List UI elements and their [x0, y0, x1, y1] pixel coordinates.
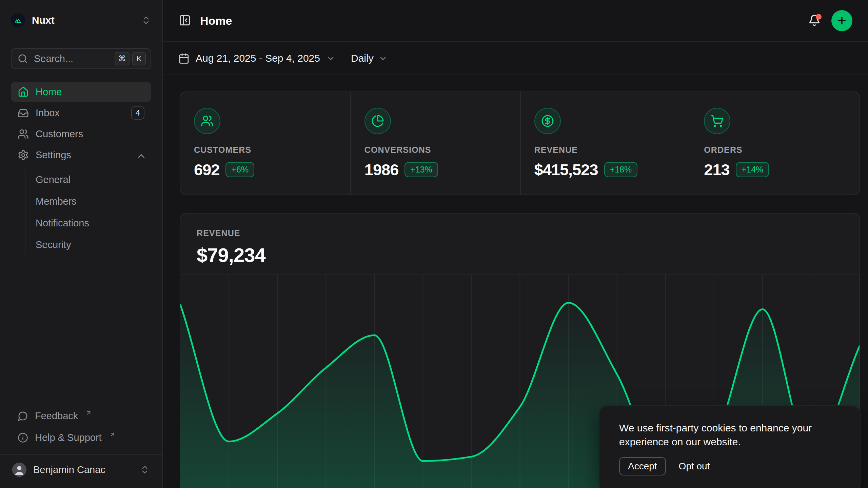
chevrons-up-down-icon — [140, 465, 150, 475]
stat-card-customers: CUSTOMERS 692 +6% — [180, 92, 350, 195]
stat-value: 1986 — [364, 160, 399, 179]
external-link-icon — [109, 431, 116, 438]
accept-button[interactable]: Accept — [619, 457, 666, 475]
header-actions — [808, 10, 852, 31]
revenue-chart-value: $79,234 — [197, 244, 843, 266]
date-range-picker[interactable]: Aug 21, 2025 - Sep 4, 2025 — [178, 53, 335, 64]
sub-item-label: General — [36, 174, 71, 185]
info-circle-icon — [18, 432, 28, 443]
sidebar-item-feedback[interactable]: Feedback — [11, 406, 151, 426]
inbox-icon — [18, 107, 29, 119]
users-icon — [194, 108, 220, 134]
stat-label: CUSTOMERS — [194, 145, 337, 155]
cookie-actions: Accept Opt out — [619, 457, 840, 475]
sidebar-divider — [0, 454, 162, 455]
stats-grid: CUSTOMERS 692 +6% CONVERSIONS 1986 — [180, 92, 860, 195]
sidebar-item-label: Inbox — [36, 107, 60, 119]
page-title: Home — [200, 14, 232, 27]
sub-item-label: Security — [36, 239, 71, 250]
users-icon — [18, 128, 29, 140]
revenue-chart-header: REVENUE $79,234 — [180, 214, 860, 266]
date-range-label: Aug 21, 2025 - Sep 4, 2025 — [196, 53, 320, 64]
filters-toolbar: Aug 21, 2025 - Sep 4, 2025 Daily — [163, 42, 868, 75]
message-bubble-icon — [18, 411, 28, 421]
notification-dot — [816, 14, 822, 20]
opt-out-button[interactable]: Opt out — [679, 461, 710, 472]
search-placeholder: Search... — [34, 53, 73, 64]
house-icon — [18, 86, 29, 98]
stat-delta-badge: +13% — [405, 162, 438, 177]
search-icon — [18, 54, 28, 64]
sidebar-item-members[interactable]: Members — [36, 190, 151, 212]
chevron-down-icon — [326, 54, 335, 63]
footer-item-label: Help & Support — [35, 432, 102, 443]
dashboard-app: Nuxt Search... ⌘ K Home — [0, 0, 868, 488]
kbd-key: K — [132, 52, 146, 65]
stat-card-revenue: REVENUE $415,523 +18% — [520, 92, 690, 195]
cookie-message: We use first-party cookies to enhance yo… — [619, 421, 840, 449]
granularity-label: Daily — [351, 53, 374, 64]
stat-label: ORDERS — [704, 145, 846, 155]
footer-item-label: Feedback — [35, 410, 78, 422]
user-name: Benjamin Canac — [33, 464, 105, 475]
chevron-down-icon — [378, 54, 388, 63]
sidebar-item-help-support[interactable]: Help & Support — [11, 428, 151, 447]
gear-icon — [18, 149, 29, 161]
sidebar-item-settings[interactable]: Settings — [11, 145, 151, 165]
sidebar-item-customers[interactable]: Customers — [11, 124, 151, 144]
nuxt-logo-icon — [11, 13, 25, 27]
stat-card-conversions: CONVERSIONS 1986 +13% — [350, 92, 520, 195]
stat-label: REVENUE — [534, 145, 676, 155]
plus-icon — [836, 15, 847, 26]
circle-dollar-icon — [534, 108, 561, 134]
inbox-count-badge: 4 — [131, 106, 144, 120]
pie-chart-icon — [364, 108, 391, 134]
sub-item-label: Notifications — [36, 218, 89, 229]
settings-subnav: General Members Notifications Security — [25, 169, 151, 256]
revenue-chart-label: REVENUE — [197, 228, 843, 238]
sub-item-label: Members — [36, 196, 77, 207]
stat-card-orders: ORDERS 213 +14% — [690, 92, 860, 195]
sidebar-item-home[interactable]: Home — [11, 82, 151, 102]
sidebar-item-label: Customers — [36, 128, 83, 140]
search-input[interactable]: Search... ⌘ K — [11, 48, 151, 69]
stat-label: CONVERSIONS — [364, 145, 507, 155]
chevrons-up-down-icon — [141, 15, 151, 25]
stat-value: $415,523 — [534, 160, 598, 179]
notifications-button[interactable] — [808, 14, 821, 27]
sidebar-item-inbox[interactable]: Inbox 4 — [11, 103, 151, 123]
sidebar: Nuxt Search... ⌘ K Home — [0, 0, 163, 488]
stat-value: 692 — [194, 160, 219, 179]
stat-delta-badge: +18% — [604, 162, 638, 177]
sidebar-item-security[interactable]: Security — [36, 234, 151, 256]
panel-left-close-icon — [179, 14, 191, 26]
kbd-meta: ⌘ — [115, 52, 130, 65]
sidebar-item-general[interactable]: General — [36, 169, 151, 190]
sidebar-footer: Feedback Help & Support — [11, 406, 151, 447]
workspace-selector[interactable]: Nuxt — [11, 10, 151, 30]
sidebar-item-label: Settings — [36, 149, 71, 161]
sidebar-item-label: Home — [36, 86, 62, 98]
chevron-up-icon — [136, 150, 144, 159]
sidebar-spacer — [11, 256, 151, 406]
cookie-banner: We use first-party cookies to enhance yo… — [599, 405, 861, 488]
page-header: Home — [163, 0, 868, 42]
calendar-icon — [178, 53, 190, 64]
avatar — [12, 463, 26, 477]
brand-name: Nuxt — [32, 15, 55, 26]
stat-value: 213 — [704, 160, 729, 179]
search-shortcut: ⌘ K — [115, 52, 146, 65]
sidebar-item-notifications[interactable]: Notifications — [36, 212, 151, 234]
user-menu[interactable]: Benjamin Canac — [11, 459, 151, 481]
stat-delta-badge: +6% — [225, 162, 254, 177]
stat-delta-badge: +14% — [736, 162, 769, 177]
external-link-icon — [85, 410, 92, 416]
shopping-cart-icon — [704, 108, 730, 134]
add-button[interactable] — [831, 10, 852, 31]
sidebar-nav: Home Inbox 4 Customers — [11, 82, 151, 256]
granularity-select[interactable]: Daily — [351, 53, 388, 64]
collapse-sidebar-button[interactable] — [178, 14, 191, 27]
